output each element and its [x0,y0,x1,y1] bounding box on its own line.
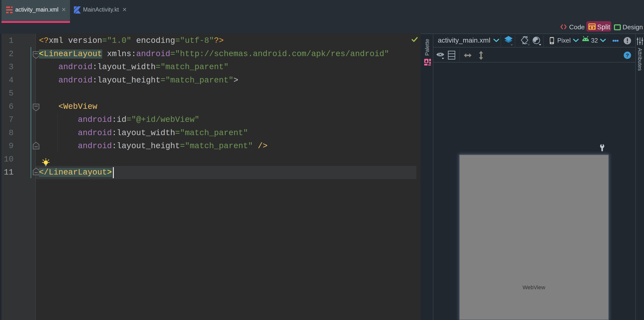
svg-text:?: ? [626,52,629,58]
